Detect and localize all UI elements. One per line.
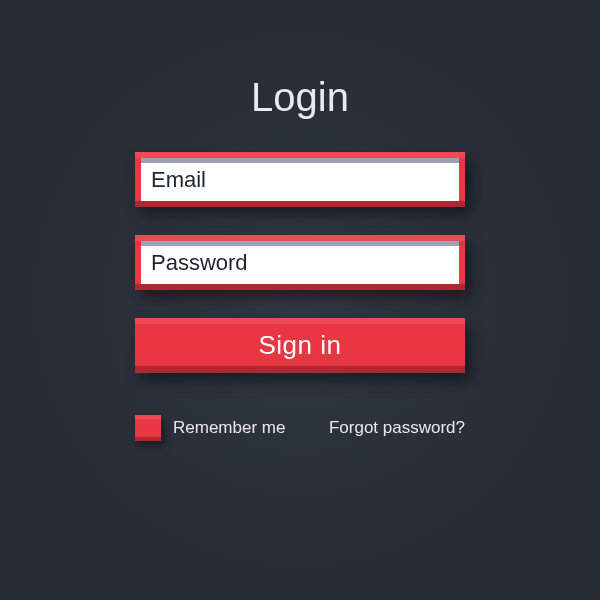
bottom-row: Remember me Forgot password? <box>135 415 465 441</box>
signin-button[interactable]: Sign in <box>135 318 465 373</box>
remember-me[interactable]: Remember me <box>135 415 285 441</box>
checkbox-icon[interactable] <box>135 415 161 441</box>
email-field[interactable] <box>141 158 459 201</box>
page-title: Login <box>251 75 349 120</box>
password-field[interactable] <box>141 241 459 284</box>
password-field-frame <box>135 235 465 290</box>
remember-label: Remember me <box>173 418 285 438</box>
email-field-frame <box>135 152 465 207</box>
forgot-password-link[interactable]: Forgot password? <box>329 418 465 438</box>
